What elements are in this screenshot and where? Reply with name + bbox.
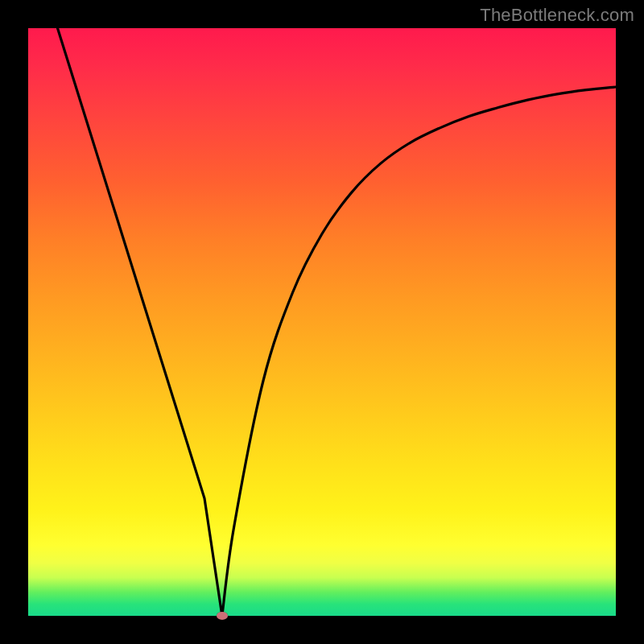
curve-path [58, 28, 617, 616]
watermark-text: TheBottleneck.com [480, 5, 634, 26]
plot-area [28, 28, 616, 616]
optimal-point-marker [217, 612, 228, 620]
bottleneck-curve [28, 28, 616, 616]
chart-frame: TheBottleneck.com [0, 0, 644, 644]
